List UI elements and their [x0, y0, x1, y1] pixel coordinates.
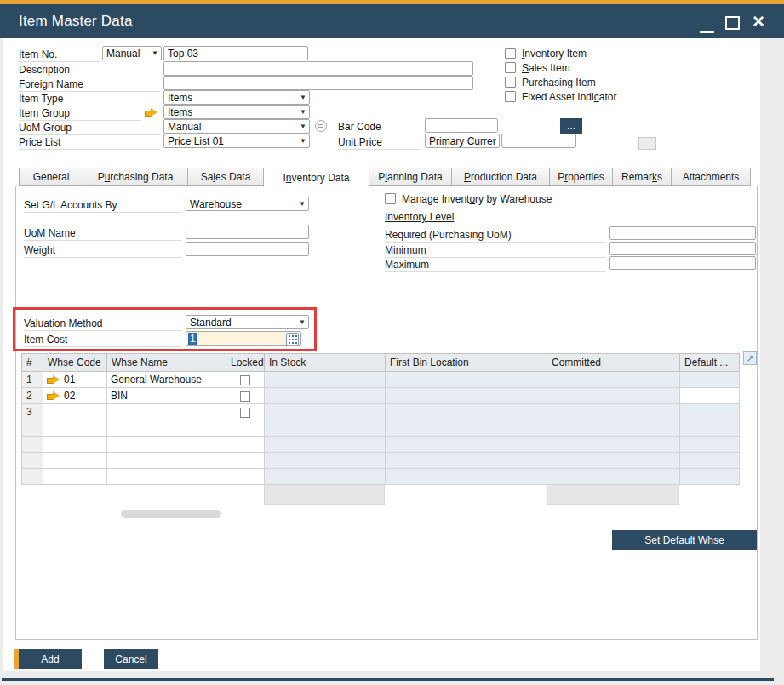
col-header-default[interactable]: Default ...: [680, 354, 740, 372]
col-header-locked[interactable]: Locked: [226, 354, 265, 372]
tab-general[interactable]: General: [19, 168, 83, 186]
weight-input[interactable]: [186, 242, 309, 256]
link-arrow-icon[interactable]: [145, 108, 157, 117]
tab-production-data[interactable]: Production Data: [451, 168, 550, 186]
row-number: 3: [22, 404, 43, 420]
whse-name-cell[interactable]: General Warehouse: [107, 372, 226, 388]
item-master-data-window: Item Master Data × Item No. Manual▼ Top …: [0, 0, 784, 685]
foreign-name-label: Foreign Name: [19, 78, 160, 92]
unit-price-input[interactable]: [501, 134, 576, 148]
tab-attachments[interactable]: Attachments: [671, 168, 751, 186]
whse-name-cell[interactable]: [107, 404, 226, 420]
inventory-level-heading: Inventory Level: [385, 211, 454, 223]
foreign-name-input[interactable]: [163, 76, 473, 90]
manage-inventory-label: Manage Inventory by Warehouse: [402, 193, 552, 205]
fixed-asset-checkbox[interactable]: [505, 91, 516, 102]
tabstrip: General Purchasing Data Sales Data Inven…: [19, 168, 750, 187]
first-bin-cell: [386, 404, 547, 420]
table-row: 3: [22, 404, 740, 420]
table-row: 2 02 BIN: [22, 388, 740, 404]
horizontal-scrollbar[interactable]: [121, 510, 221, 518]
maximize-icon[interactable]: [725, 16, 740, 30]
locked-cell[interactable]: [226, 404, 265, 420]
col-header-num[interactable]: #: [22, 354, 43, 372]
tab-purchasing-data[interactable]: Purchasing Data: [83, 168, 188, 186]
inventory-item-checkbox[interactable]: [505, 48, 516, 59]
tab-properties[interactable]: Properties: [549, 168, 613, 186]
tab-remarks[interactable]: Remarks: [612, 168, 672, 186]
description-input[interactable]: [163, 61, 473, 76]
table-row: 1 01 General Warehouse: [22, 372, 740, 388]
whse-code-cell[interactable]: 01: [43, 372, 107, 388]
tab-planning-data[interactable]: Planning Data: [369, 168, 452, 186]
col-header-first-bin[interactable]: First Bin Location: [386, 354, 547, 372]
default-cell: [680, 404, 740, 420]
uom-name-input[interactable]: [186, 225, 309, 239]
description-label: Description: [19, 64, 160, 77]
item-no-input[interactable]: Top 03: [163, 46, 308, 60]
locked-checkbox[interactable]: [240, 391, 250, 402]
tab-sales-data[interactable]: Sales Data: [187, 168, 264, 186]
minimum-input[interactable]: [609, 242, 756, 255]
set-default-whse-button[interactable]: Set Default Whse: [612, 530, 757, 550]
price-list-label: Price List: [19, 136, 160, 150]
table-row: [22, 420, 740, 437]
whse-name-cell[interactable]: BIN: [107, 388, 226, 404]
titlebar[interactable]: Item Master Data ×: [0, 4, 784, 38]
fixed-asset-label: Fixed Asset Indicator: [522, 91, 616, 103]
link-arrow-icon[interactable]: [47, 391, 60, 401]
price-list-dropdown[interactable]: Price List 01▼: [163, 134, 310, 148]
cancel-button[interactable]: Cancel: [104, 649, 158, 669]
purchasing-item-checkbox[interactable]: [505, 77, 516, 88]
bar-code-input[interactable]: [425, 118, 498, 133]
highlight-annotation: [13, 307, 317, 351]
uom-detail-icon[interactable]: [315, 120, 327, 132]
bar-code-browse-button[interactable]: ...: [560, 118, 582, 134]
manage-inventory-checkbox[interactable]: [385, 193, 396, 204]
unit-price-currency-dropdown[interactable]: Primary Currer▼: [425, 134, 500, 148]
committed-total-cell: [547, 485, 679, 505]
locked-cell[interactable]: [226, 372, 265, 388]
expand-table-icon[interactable]: ↗: [743, 351, 757, 365]
set-gl-accounts-dropdown[interactable]: Warehouse▼: [186, 197, 309, 211]
required-input[interactable]: [609, 226, 756, 240]
chevron-down-icon: ▼: [300, 123, 306, 130]
sales-item-checkbox[interactable]: [505, 62, 516, 73]
locked-cell[interactable]: [226, 388, 265, 404]
close-icon[interactable]: ×: [753, 11, 764, 31]
chevron-down-icon: ▼: [300, 108, 306, 116]
col-header-whse-code[interactable]: Whse Code: [43, 354, 107, 372]
row-number: 2: [22, 388, 43, 404]
minimize-icon[interactable]: [700, 31, 714, 33]
table-row: [22, 469, 740, 485]
whse-code-cell[interactable]: 02: [43, 388, 107, 404]
weight-label: Weight: [24, 244, 182, 258]
committed-cell: [547, 372, 680, 388]
item-group-dropdown[interactable]: Items▼: [163, 105, 310, 119]
tab-inventory-data[interactable]: Inventory Data: [263, 168, 369, 187]
locked-checkbox[interactable]: [240, 408, 250, 418]
col-header-in-stock[interactable]: In Stock: [265, 354, 386, 372]
item-no-type-dropdown[interactable]: Manual▼: [102, 46, 162, 60]
in-stock-cell: [265, 372, 386, 388]
col-header-committed[interactable]: Committed: [547, 354, 680, 372]
unit-price-label: Unit Price: [338, 136, 421, 150]
link-arrow-icon[interactable]: [47, 375, 60, 385]
locked-checkbox[interactable]: [240, 375, 250, 385]
in-stock-cell: [265, 404, 386, 420]
committed-cell: [547, 388, 680, 404]
item-type-label: Item Type: [19, 93, 160, 106]
first-bin-cell: [386, 388, 547, 404]
maximum-input[interactable]: [609, 256, 756, 270]
whse-code-cell[interactable]: [43, 404, 107, 420]
uom-group-dropdown[interactable]: Manual▼: [163, 119, 310, 134]
item-type-dropdown[interactable]: Items▼: [163, 90, 310, 105]
col-header-whse-name[interactable]: Whse Name: [107, 354, 226, 372]
default-cell[interactable]: [680, 388, 740, 404]
add-button[interactable]: Add: [14, 649, 82, 669]
row-number: 1: [22, 372, 43, 388]
chevron-down-icon: ▼: [299, 200, 306, 208]
unit-price-more-button[interactable]: ...: [638, 137, 656, 150]
chevron-down-icon: ▼: [152, 49, 158, 57]
in-stock-cell: [265, 388, 386, 404]
